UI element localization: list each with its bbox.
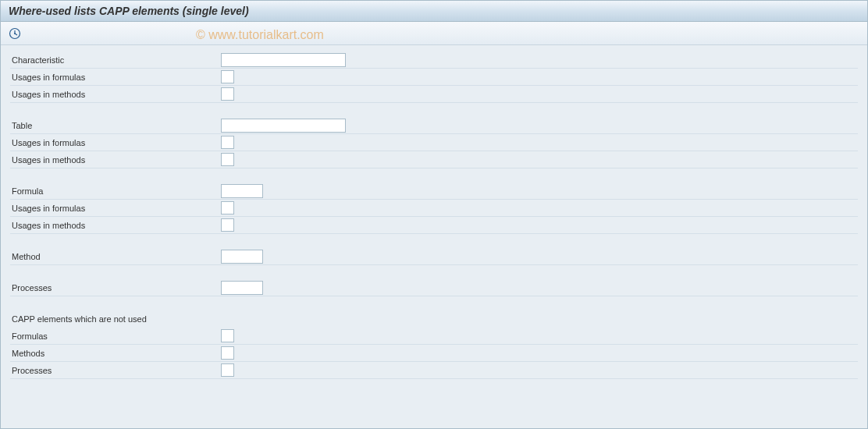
formula-input[interactable] xyxy=(221,184,263,198)
table-input[interactable] xyxy=(221,119,346,133)
formula-formulas-row: Usages in formulas xyxy=(10,200,858,217)
formula-methods-checkbox[interactable] xyxy=(221,218,234,232)
processes-group: Processes xyxy=(10,279,858,296)
svg-point-3 xyxy=(14,33,16,34)
title-bar: Where-used lists CAPP elements (single l… xyxy=(1,1,867,22)
table-methods-checkbox[interactable] xyxy=(221,153,234,166)
not-used-formulas-checkbox[interactable] xyxy=(221,329,234,342)
not-used-processes-label: Processes xyxy=(10,366,221,375)
clock-execute-icon xyxy=(9,27,21,40)
characteristic-methods-label: Usages in methods xyxy=(10,90,221,99)
characteristic-group: Characteristic Usages in formulas Usages… xyxy=(10,51,858,103)
method-row: Method xyxy=(10,248,858,265)
not-used-heading-row: CAPP elements which are not used xyxy=(10,310,858,328)
processes-row: Processes xyxy=(10,279,858,296)
not-used-processes-row: Processes xyxy=(10,362,858,379)
processes-input[interactable] xyxy=(221,281,263,295)
form-content: Characteristic Usages in formulas Usages… xyxy=(1,45,867,399)
characteristic-input[interactable] xyxy=(221,53,346,67)
characteristic-formulas-checkbox[interactable] xyxy=(221,70,234,83)
table-methods-label: Usages in methods xyxy=(10,155,221,165)
method-group: Method xyxy=(10,248,858,265)
characteristic-formulas-label: Usages in formulas xyxy=(10,73,221,82)
formula-group: Formula Usages in formulas Usages in met… xyxy=(10,183,858,234)
not-used-formulas-row: Formulas xyxy=(10,328,858,345)
not-used-processes-checkbox[interactable] xyxy=(221,363,234,377)
formula-row: Formula xyxy=(10,183,858,200)
not-used-group: CAPP elements which are not used Formula… xyxy=(10,310,858,379)
formula-methods-label: Usages in methods xyxy=(10,221,221,230)
formula-methods-row: Usages in methods xyxy=(10,217,858,234)
characteristic-methods-checkbox[interactable] xyxy=(221,87,234,101)
not-used-heading: CAPP elements which are not used xyxy=(10,314,147,324)
table-row: Table xyxy=(10,117,858,134)
formula-formulas-label: Usages in formulas xyxy=(10,204,221,213)
execute-button[interactable] xyxy=(7,26,23,41)
not-used-methods-row: Methods xyxy=(10,345,858,362)
method-label: Method xyxy=(10,252,221,261)
table-label: Table xyxy=(10,121,221,130)
table-formulas-checkbox[interactable] xyxy=(221,136,234,149)
not-used-methods-checkbox[interactable] xyxy=(221,346,234,360)
table-formulas-label: Usages in formulas xyxy=(10,138,221,147)
characteristic-formulas-row: Usages in formulas xyxy=(10,69,858,86)
toolbar xyxy=(1,22,867,45)
method-input[interactable] xyxy=(221,250,263,264)
characteristic-methods-row: Usages in methods xyxy=(10,86,858,103)
formula-formulas-checkbox[interactable] xyxy=(221,201,234,214)
page-title: Where-used lists CAPP elements (single l… xyxy=(9,5,249,17)
table-methods-row: Usages in methods xyxy=(10,151,858,168)
not-used-formulas-label: Formulas xyxy=(10,332,221,341)
table-group: Table Usages in formulas Usages in metho… xyxy=(10,117,858,168)
characteristic-label: Characteristic xyxy=(10,55,221,65)
characteristic-row: Characteristic xyxy=(10,51,858,69)
not-used-methods-label: Methods xyxy=(10,349,221,358)
table-formulas-row: Usages in formulas xyxy=(10,134,858,151)
formula-label: Formula xyxy=(10,186,221,196)
processes-label: Processes xyxy=(10,283,221,292)
